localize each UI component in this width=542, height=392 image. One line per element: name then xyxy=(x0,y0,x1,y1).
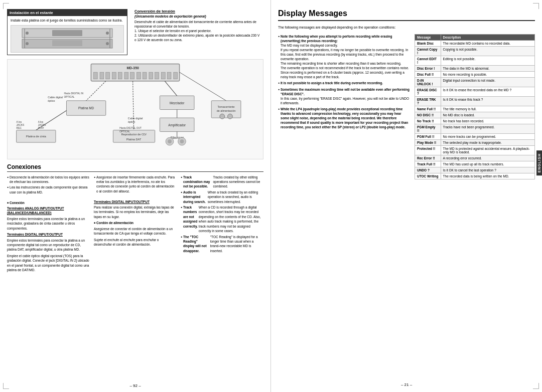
right-page-number: – 21 – xyxy=(278,378,535,387)
conexiones-col-2: Asegúrese de insertar firmemente cada en… xyxy=(94,175,177,273)
svg-text:JACKS: JACKS xyxy=(38,123,46,126)
description-cell: The selected play mode is inappropriate. xyxy=(441,139,534,145)
svg-text:Reproductor de CD/: Reproductor de CD/ xyxy=(121,133,147,136)
svg-point-34 xyxy=(168,139,172,143)
table-row: Blank DiscThe recordable MD contains no … xyxy=(415,40,535,46)
description-cell: No track has been recorded. xyxy=(441,118,534,124)
svg-point-5 xyxy=(106,32,109,35)
table-row: PGM Full !!No more tracks can be program… xyxy=(415,133,535,139)
svg-text:OPTICAL: OPTICAL xyxy=(64,96,75,98)
svg-text:PLAY: PLAY xyxy=(38,126,45,129)
description-cell: Is it OK to erase the recorded data on t… xyxy=(441,87,534,96)
table-row: ERASE DISC ?Is it OK to erase the record… xyxy=(415,87,535,96)
table-row: Disc Full !!No more recording is possibl… xyxy=(415,71,535,77)
svg-text:Amplificador: Amplificador xyxy=(168,123,186,127)
message-cell: NO DISC !! xyxy=(415,112,441,118)
bullet-track-nums: Track numbers are not assigned correctly… xyxy=(181,205,263,234)
right-content: Note the following when you attempt to p… xyxy=(278,34,535,378)
conexiones-section: Conexiones Desconecte la alimentación de… xyxy=(7,163,263,387)
english-tab: ENGLISH xyxy=(536,150,542,175)
svg-rect-13 xyxy=(100,72,104,79)
svg-text:de alimentación: de alimentación xyxy=(217,109,236,112)
svg-text:JACKS: JACKS xyxy=(17,123,25,126)
display-messages-title: Display Messages xyxy=(278,9,535,21)
message-cell: Cannot EDIT ! xyxy=(415,56,441,65)
bullet-3: Asegúrese de insertar firmemente cada en… xyxy=(94,175,177,194)
instalacion-svg xyxy=(17,26,117,51)
conversion-title: Conversión de tensión xyxy=(134,9,261,14)
conexiones-col-1: Desconecte la alimentación de todos los … xyxy=(7,175,90,273)
conexion-heading: Conexión xyxy=(7,201,90,205)
svg-point-46 xyxy=(228,114,233,119)
table-row: ERASE TRK ?Is it OK to erase this track … xyxy=(415,96,535,106)
svg-rect-18 xyxy=(130,72,134,79)
digital-head: Terminales DIGITAL INPUT/OUTPUT xyxy=(7,232,90,237)
description-cell: The recordable MD contains no recorded d… xyxy=(441,40,534,46)
conversion-box: Conversión de tensión (Únicamente modelo… xyxy=(132,9,263,55)
svg-text:óptico: óptico xyxy=(48,99,55,102)
message-cell: Protected !! xyxy=(415,145,441,155)
description-cell: Is it OK to cancel the last operation ? xyxy=(441,167,534,173)
svg-rect-12 xyxy=(93,72,97,79)
message-cell: Disc Error ! xyxy=(415,65,441,71)
table-row: UTOC WritingThe recorded data is being w… xyxy=(415,173,535,179)
bullet-1: Desconecte la alimentación de todos los … xyxy=(7,175,90,184)
svg-rect-23 xyxy=(161,72,165,79)
diagram-area: MD-350 Platina MD xyxy=(7,59,263,159)
description-cell: A recording error occurred. xyxy=(441,155,534,161)
svg-line-48 xyxy=(165,81,177,95)
bullet-toc: The "TOC Reading" display will not disap… xyxy=(181,235,263,254)
svg-point-45 xyxy=(220,114,225,119)
connection-diagram: MD-350 Platina MD xyxy=(8,60,263,159)
svg-rect-22 xyxy=(155,72,159,79)
instalacion-box: Instalación en el estante Instale esta p… xyxy=(7,9,127,55)
right-bullets-col: Note the following when you attempt to p… xyxy=(278,34,410,378)
cordon-text-2: Sujete el enchufe al enchufe para enchuf… xyxy=(94,238,177,247)
message-cell: PGM Empty !! xyxy=(415,124,441,133)
svg-text:A los: A los xyxy=(38,120,44,123)
svg-point-36 xyxy=(180,139,184,143)
conversion-subtitle: (Únicamente modelos de exportación gener… xyxy=(134,15,261,18)
description-cell: The title memory is full. xyxy=(441,106,534,112)
svg-rect-19 xyxy=(137,72,141,79)
table-row: Name Full !!The title memory is full. xyxy=(415,106,535,112)
cordon-text: Asegúrese de conectar el cordón de alime… xyxy=(94,227,177,236)
analog-head: Terminales ANALOG INPUT/OUTPUT (BALANCED… xyxy=(7,206,90,216)
svg-text:Hacia DIGITAL OUT: Hacia DIGITAL OUT xyxy=(119,126,142,129)
right-intro: The following messages are displayed dep… xyxy=(278,25,535,30)
svg-point-7 xyxy=(106,42,109,45)
svg-rect-24 xyxy=(167,72,171,79)
svg-rect-8 xyxy=(52,30,82,36)
svg-text:Cable digital: Cable digital xyxy=(128,117,143,120)
instalacion-diagram xyxy=(11,25,124,53)
description-cell: Tracks have not been programmed. xyxy=(441,124,534,133)
conversion-content: Desenchufe el cable de alimentación del … xyxy=(134,20,261,42)
message-cell: Track Full !! xyxy=(415,161,441,167)
message-cell: Play Mode !! xyxy=(415,139,441,145)
svg-text:Mezclador: Mezclador xyxy=(170,101,185,104)
instalacion-text: Instale esta platina con el juego de tor… xyxy=(11,18,124,23)
instalacion-title: Instalación en el estante xyxy=(8,10,127,16)
digital-text-2: Emplee el cable óptico digital opcional … xyxy=(7,254,90,273)
table-row: Cannot Copy !Copying is not possible. xyxy=(415,46,535,56)
message-cell: Blank Disc xyxy=(415,40,441,46)
right-bullet-note1: Note the following when you attempt to p… xyxy=(278,34,410,80)
message-cell: ERASE TRK ? xyxy=(415,96,441,106)
message-cell: ERASE DISC ? xyxy=(415,87,441,96)
svg-rect-25 xyxy=(174,72,178,79)
message-cell: UTOC Writing xyxy=(415,173,441,179)
right-bullet-title: It is not possible to assign a track tit… xyxy=(278,81,410,85)
digital-text-3: Para realizar una conexión digital, extr… xyxy=(94,205,177,219)
svg-rect-14 xyxy=(106,72,110,79)
instalacion-content: Instale esta platina con el juego de tor… xyxy=(11,18,124,53)
digital-head-2: Terminales DIGITAL INPUT/OUTPUT xyxy=(94,200,177,204)
description-cell: Editing is not possible. xyxy=(441,56,534,65)
left-page-number: – 92 – xyxy=(129,383,141,388)
svg-rect-15 xyxy=(112,72,116,79)
table-row: Cannot EDIT !Editing is not possible. xyxy=(415,56,535,65)
svg-rect-16 xyxy=(118,72,122,79)
svg-point-4 xyxy=(26,32,29,35)
right-bullet-lp4: While the LP4 (quadruple long-play) mode… xyxy=(278,107,410,129)
table-row: Protected !!The MD is protected against … xyxy=(415,145,535,155)
table-header-message: Message xyxy=(415,34,441,40)
